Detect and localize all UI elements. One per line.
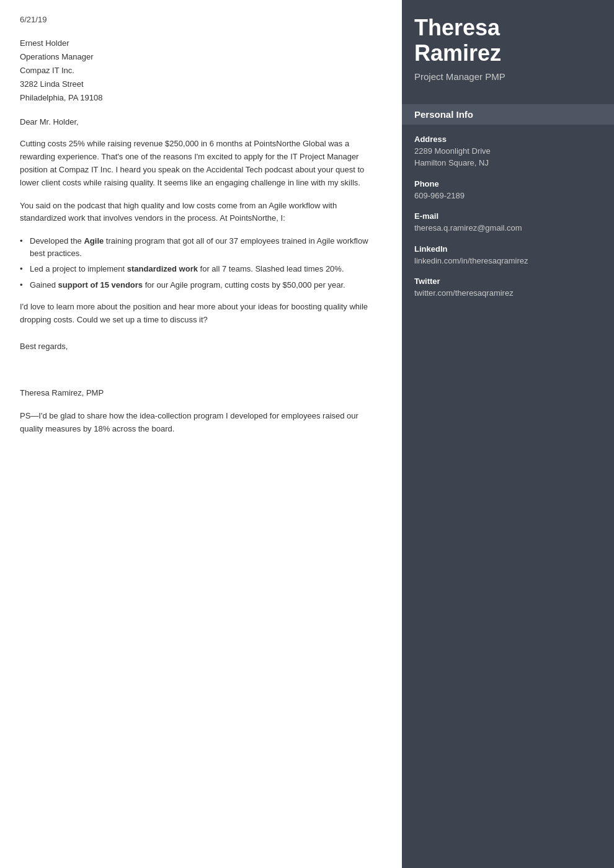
recipient-company: Compaz IT Inc.	[20, 64, 382, 78]
bullet-3-bold: support of 15 vendors	[58, 280, 143, 290]
profile-panel: Theresa Ramirez Project Manager PMP Pers…	[402, 0, 614, 868]
address-value-line1: 2289 Moonlight Drive	[414, 145, 602, 157]
letter-body: Cutting costs 25% while raising revenue …	[20, 138, 382, 326]
email-value: theresa.q.ramirez@gmail.com	[414, 222, 602, 234]
address-value-line2: Hamilton Square, NJ	[414, 157, 602, 169]
letter-paragraph-2-intro: You said on the podcast that high qualit…	[20, 200, 382, 226]
personal-info-section: Personal Info Address 2289 Moonlight Dri…	[402, 94, 614, 319]
profile-header: Theresa Ramirez Project Manager PMP	[402, 0, 614, 94]
address-item: Address 2289 Moonlight Drive Hamilton Sq…	[414, 135, 602, 169]
bullet-list: Developed the Agile training program tha…	[20, 235, 382, 291]
closing-text: Best regards,	[20, 342, 382, 351]
profile-last-name: Ramirez	[414, 40, 501, 66]
bullet-item-2: Led a project to implement standardized …	[20, 263, 382, 275]
linkedin-label: LinkedIn	[414, 244, 602, 254]
bullet-1-plain: Developed the	[30, 236, 84, 246]
bullet-1-bold: Agile	[84, 236, 104, 246]
phone-value: 609-969-2189	[414, 190, 602, 202]
letter-paragraph-3: I'd love to learn more about the positio…	[20, 301, 382, 327]
letter-paragraph-1: Cutting costs 25% while raising revenue …	[20, 138, 382, 189]
signer-name: Theresa Ramirez, PMP	[20, 388, 382, 397]
address-label: Address	[414, 135, 602, 144]
bullet-2-rest: for all 7 teams. Slashed lead times 20%.	[198, 264, 344, 273]
recipient-city: Philadelphia, PA 19108	[20, 91, 382, 105]
profile-name: Theresa Ramirez	[414, 15, 602, 66]
linkedin-item: LinkedIn linkedin.com/in/theresaqramirez	[414, 244, 602, 267]
recipient-title: Operations Manager	[20, 50, 382, 64]
bullet-2-plain: Led a project to implement	[30, 264, 127, 273]
bullet-3-plain: Gained	[30, 280, 58, 290]
twitter-label: Twitter	[414, 277, 602, 286]
twitter-item: Twitter twitter.com/theresaqramirez	[414, 277, 602, 299]
email-label: E-mail	[414, 211, 602, 221]
letter-panel: 6/21/19 Ernest Holder Operations Manager…	[0, 0, 402, 868]
recipient-name: Ernest Holder	[20, 37, 382, 50]
salutation: Dear Mr. Holder,	[20, 117, 382, 126]
letter-date: 6/21/19	[20, 15, 382, 24]
bullet-2-bold: standardized work	[127, 264, 198, 273]
recipient-block: Ernest Holder Operations Manager Compaz …	[20, 37, 382, 105]
bullet-item-3: Gained support of 15 vendors for our Agi…	[20, 279, 382, 291]
ps-note: PS—I'd be glad to share how the idea-col…	[20, 410, 382, 436]
twitter-value: twitter.com/theresaqramirez	[414, 287, 602, 299]
phone-item: Phone 609-969-2189	[414, 179, 602, 202]
bullet-3-rest: for our Agile program, cutting costs by …	[143, 280, 345, 290]
personal-info-heading: Personal Info	[402, 104, 614, 125]
email-item: E-mail theresa.q.ramirez@gmail.com	[414, 211, 602, 234]
phone-label: Phone	[414, 179, 602, 188]
profile-title: Project Manager PMP	[414, 71, 602, 82]
bullet-item-1: Developed the Agile training program tha…	[20, 235, 382, 259]
recipient-street: 3282 Linda Street	[20, 78, 382, 91]
signature-block: Best regards, Theresa Ramirez, PMP PS—I'…	[20, 342, 382, 436]
profile-first-name: Theresa	[414, 15, 500, 40]
linkedin-value: linkedin.com/in/theresaqramirez	[414, 255, 602, 267]
